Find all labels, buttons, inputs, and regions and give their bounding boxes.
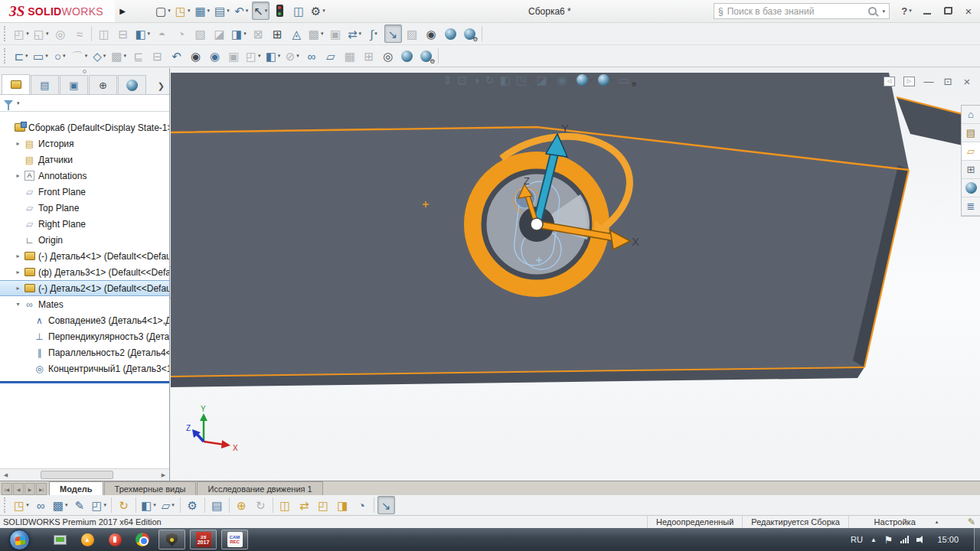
shell-feature-button[interactable]: ▧ [191,24,209,43]
reference-plane-button[interactable]: ▱ [322,47,339,65]
camera-view-button[interactable]: ◉ [423,24,440,43]
print-button[interactable]: ▤▾ [213,2,231,20]
status-edit-icon[interactable]: ✎ [963,516,980,528]
interference-detection-button[interactable]: ◫ [276,496,294,514]
chamfer-feature-button[interactable]: ◪ [211,24,228,43]
dome-feature-button[interactable]: ◓ [153,24,171,43]
tree-expander[interactable]: ▸ [13,269,23,276]
filter-dropdown-caret[interactable]: ▾ [17,100,20,106]
tray-expand-icon[interactable]: ▲ [871,536,877,543]
custom-properties-tab[interactable]: ≣ [962,197,980,216]
delete-face-button[interactable]: ⊠ [250,24,267,43]
search-icon[interactable] [868,7,877,15]
add-camera-button[interactable]: ◉ [187,47,204,65]
view-palette-tab[interactable]: ⊞ [962,161,980,179]
panel-splitter-grip[interactable] [0,68,169,74]
undo-button[interactable]: ↶▾ [233,2,250,20]
panel-horizontal-scrollbar[interactable]: ◀ ▶ [0,468,169,481]
triad-origin-dot[interactable] [531,218,543,230]
tab-nav-button-3[interactable]: ▶| [36,483,47,495]
tree-item-part4[interactable]: ▸(-) Деталь4<1> (Default<<Default> [0,248,169,264]
pane-split-right-button[interactable]: ▷ [903,77,915,86]
linear-pattern-button[interactable]: ▩▾ [307,24,325,43]
toolbar-grip[interactable] [4,497,8,513]
traffic-light-button[interactable] [271,2,289,20]
tree-expander[interactable]: ▸ [13,253,23,259]
mate-width-2-button[interactable]: ⊞ [360,47,377,65]
knowledge-search[interactable]: § ▾ [714,3,890,19]
clearance-verification-button[interactable]: ⇄ [296,496,313,514]
restore-doc-button[interactable]: ⊡ [942,74,953,88]
reference-geometry-button[interactable]: ▱▾ [159,496,177,514]
insert-component-button[interactable]: ◰▾ [12,24,31,43]
tree-item-annotations[interactable]: ▸AAnnotations [0,168,169,184]
tree-item-part2[interactable]: ▸(-) Деталь2<1> (Default<<Default> [0,280,169,296]
tree-item-origin[interactable]: ∟Origin [0,232,169,248]
zoom-to-fit-button[interactable]: ⇕ [440,73,455,87]
insert-picture-button[interactable]: ▨ [403,24,421,43]
security-shield-icon[interactable] [158,530,185,549]
display-style-button[interactable]: ◪▾ [534,73,554,87]
tab-model[interactable]: Модель [49,481,103,495]
section-view-button[interactable]: ◧ [498,73,513,87]
attachment-mate-button[interactable]: ∞ [302,47,320,65]
assembly-visualization-button[interactable]: ◨ [334,496,351,514]
select-cursor-button[interactable]: ↖▾ [252,2,270,20]
hide-show-items-button[interactable]: ◉▾ [554,73,573,87]
sketch-pattern-button[interactable]: ▩▾ [109,47,128,65]
insert-components-button[interactable]: ◰▾ [90,496,108,514]
toolbar-grip[interactable] [4,26,8,41]
rib-feature-button[interactable]: ◔ [172,24,190,43]
component-pattern-button[interactable]: ▩▾ [51,496,70,514]
tree-expander[interactable]: ▾ [13,301,23,308]
apply-scene-button[interactable]: ⚙ [461,24,479,43]
close-doc-button[interactable]: × [962,74,972,88]
graphics-area[interactable]: X Y Z Y X Z ⇕⊡◑↻◧◳▾◪▾◉▾▾⚙▾▭▾ ◁▷—⊡× ⌂▤▱⊞≣ [171,68,980,481]
offset-entities-button[interactable]: ⊑ [129,47,147,65]
tree-expander[interactable]: ▸ [13,285,23,292]
design-library-tab[interactable]: ▤ [962,124,980,142]
close-button[interactable]: × [963,4,974,18]
apply-scene-heads-button[interactable]: ⚙▾ [596,73,616,87]
scroll-right-arrow[interactable]: ▶ [158,469,169,481]
tab-nav-button-0[interactable]: |◀ [2,483,12,495]
options-button[interactable]: ⚙▾ [309,2,327,20]
resources-tab[interactable]: ⌂ [962,106,980,124]
edit-appearance-button[interactable] [442,24,459,43]
corner-rectangle-button[interactable]: ▭▾ [31,47,50,65]
tree-item-history[interactable]: ▸▤История [0,135,169,152]
search-input[interactable] [727,6,865,17]
circle-button[interactable]: ○▾ [51,47,69,65]
volume-icon[interactable] [916,536,926,544]
hole-alignment-button[interactable]: ◰ [315,496,332,514]
previous-view-button[interactable]: ◑ [470,73,482,87]
camera-export-button[interactable]: ◎ [379,47,397,65]
displaymanager-tab[interactable] [118,75,146,94]
appearances-tab[interactable] [962,179,980,197]
rotate-view-button[interactable]: ↻ [482,73,497,87]
model-canvas[interactable]: X Y Z Y X Z [171,68,980,481]
featuremanager-tab[interactable] [2,74,30,94]
restore-button[interactable] [942,4,953,18]
assembly-features-button[interactable]: ◧▾ [133,24,152,43]
tree-item-mate-parallel2[interactable]: ∥Параллельность2 (Деталь4<1 [0,344,169,360]
feature-pattern-button[interactable]: ▦ [341,47,358,65]
zoom-to-area-button[interactable]: ⊡ [456,73,470,87]
configurationmanager-tab[interactable]: ▣ [60,75,88,94]
minimize-button[interactable] [922,4,933,18]
tab-3d-views[interactable]: Трехмерные виды [104,481,197,495]
flex-feature-button[interactable]: ≈ [70,24,88,43]
tree-item-assembly-root[interactable]: Сборка6 (Default<Display State-1>) [0,119,169,135]
dimxpertmanager-tab[interactable]: ⊕ [89,75,117,94]
tree-item-mate-perpendicular3[interactable]: ⊥Перпендикулярность3 (Детал [0,328,169,344]
red-app-icon[interactable] [103,530,126,549]
filter-funnel-icon[interactable] [4,100,13,106]
scroll-thumb[interactable] [41,471,113,479]
edit-appearance-heads-button[interactable]: ▾ [574,73,595,87]
route-spline-button[interactable]: ∫▾ [365,24,383,43]
remote-desktop-icon[interactable] [48,530,71,549]
tab-nav-button-2[interactable]: ▶ [24,483,35,495]
rotate-component-button[interactable]: ↻ [115,496,132,514]
help-button[interactable]: ?▾ [901,4,912,18]
solidworks-2017-icon[interactable]: ЗS2017 [190,530,217,549]
